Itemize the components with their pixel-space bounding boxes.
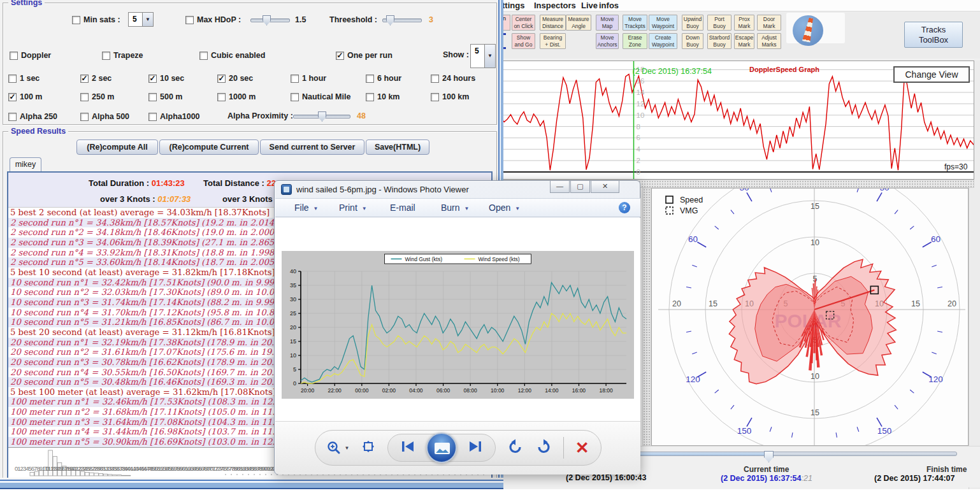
checkbox-box[interactable]	[291, 93, 299, 101]
toolbar-button-show-and-go[interactable]: Showand Go	[512, 33, 535, 49]
min-sats-dropdown-icon[interactable]: ▼	[142, 13, 153, 26]
checkbox-box[interactable]	[366, 75, 374, 83]
checkbox-box[interactable]	[148, 93, 157, 101]
distance-checkbox-100-m[interactable]: ✓100 m	[8, 92, 42, 102]
toolbar-button-erase-zone[interactable]: EraseZone	[623, 33, 647, 49]
checkbox-box[interactable]	[8, 75, 17, 83]
distance-checkbox-100-km[interactable]: 100 km	[431, 92, 469, 102]
tab-mikey[interactable]: mikey	[10, 157, 41, 172]
checkbox-box[interactable]: ✓	[217, 75, 226, 83]
alpha-checkbox-alpha-500[interactable]: Alpha 500	[80, 111, 129, 122]
max-hdop-slider[interactable]	[250, 18, 290, 22]
checkbox-box[interactable]	[8, 113, 17, 121]
delete-icon[interactable]: ✕	[575, 439, 589, 456]
checkbox-box[interactable]: ✓	[8, 93, 17, 101]
maximize-button[interactable]: ▢	[570, 181, 590, 193]
toolbar-button-move-trackpts[interactable]: MoveTrackpts	[623, 15, 647, 31]
checkbox-box[interactable]: ✓	[80, 75, 89, 83]
time-slider-thumb[interactable]	[764, 451, 774, 462]
threshold-slider-thumb[interactable]	[386, 15, 394, 25]
max-hdop-checkbox-box[interactable]	[185, 16, 194, 24]
toolbar-button-measure-angle[interactable]: MeasureAngle	[566, 15, 591, 31]
show-select[interactable]: 5 ▼	[470, 44, 496, 68]
alpha-proximity-slider-thumb[interactable]	[318, 111, 326, 122]
checkbox-box[interactable]	[431, 93, 439, 101]
time-checkbox-20-sec[interactable]: ✓20 sec	[217, 73, 253, 83]
checkbox-box[interactable]: ✓	[336, 52, 344, 60]
distance-checkbox-250-m[interactable]: 250 m	[80, 92, 114, 102]
checkbox-box[interactable]	[148, 113, 157, 121]
pv-menu-e-mail[interactable]: E-mail	[390, 203, 415, 213]
checkbox-box[interactable]	[199, 52, 208, 60]
alpha-checkbox-alpha1000[interactable]: Alpha1000	[148, 111, 200, 122]
min-sats-checkbox[interactable]: Min sats :	[72, 15, 120, 25]
next-icon[interactable]	[467, 439, 484, 456]
toolbar-button-prox-mark[interactable]: ProxMark	[734, 15, 754, 31]
checkbox-box[interactable]	[80, 93, 89, 101]
option-checkbox-one-per-run[interactable]: ✓One per run	[336, 50, 393, 61]
toolbar-button-adjust-marks[interactable]: AdjustMarks	[757, 33, 781, 49]
toolbar-button-starbord-buoy[interactable]: StarbordBuoy	[707, 33, 731, 49]
photo-viewer-titlebar[interactable]: wind sailed 5-6pm.jpg - Windows Photo Vi…	[275, 181, 640, 198]
checkbox-box[interactable]	[80, 113, 89, 121]
vertical-splitter[interactable]	[642, 188, 651, 446]
checkbox-box[interactable]: ✓	[148, 75, 157, 83]
max-hdop-checkbox[interactable]: Max HDoP :	[185, 15, 241, 25]
play-slideshow-button[interactable]	[426, 432, 457, 463]
menu-item-live[interactable]: Live	[581, 1, 598, 10]
toolbar-button-port-buoy[interactable]: PortBuoy	[707, 15, 731, 31]
results-button-3[interactable]: Save(HTML)	[366, 139, 429, 155]
toolbar-button-escape-mark[interactable]: EscapeMark	[734, 33, 754, 49]
pv-menu-print[interactable]: Print▼	[339, 203, 367, 213]
alpha-proximity-slider[interactable]	[293, 115, 350, 118]
checkbox-box[interactable]	[366, 93, 374, 101]
minimize-button[interactable]: —	[550, 181, 570, 193]
zoom-icon[interactable]: ▼	[326, 440, 349, 455]
time-checkbox-2-sec[interactable]: ✓2 sec	[80, 73, 112, 83]
min-sats-checkbox-box[interactable]	[72, 16, 80, 24]
time-checkbox-10-sec[interactable]: ✓10 sec	[148, 73, 184, 83]
windsock-icon[interactable]	[793, 15, 823, 46]
rotate-counterclockwise-icon[interactable]	[507, 438, 524, 457]
menu-item-inspectors[interactable]: Inspectors	[534, 1, 576, 10]
threshold-slider[interactable]	[382, 18, 422, 22]
distance-checkbox-1000-m[interactable]: 1000 m	[217, 92, 256, 102]
polar-chart[interactable]: 3030606012012015015055101015155510101515…	[652, 189, 968, 445]
time-checkbox-6-hour[interactable]: 6 hour	[366, 73, 401, 83]
close-button[interactable]: ✕	[591, 181, 619, 193]
results-button-1[interactable]: (Re)compute Current	[159, 139, 259, 155]
distance-checkbox-500-m[interactable]: 500 m	[148, 92, 182, 102]
pv-menu-file[interactable]: File▼	[294, 203, 318, 213]
option-checkbox-doppler[interactable]: Doppler	[10, 50, 51, 61]
distance-checkbox-10-km[interactable]: 10 km	[366, 92, 400, 102]
toolbar-button-door-mark[interactable]: DoorMark	[757, 15, 781, 31]
toolbar-button-move-waypoint[interactable]: MoveWaypoint	[649, 15, 677, 31]
time-checkbox-1-sec[interactable]: 1 sec	[8, 73, 40, 83]
checkbox-box[interactable]	[431, 75, 439, 83]
min-sats-select[interactable]: 5 ▼	[128, 12, 154, 27]
fit-to-window-icon[interactable]	[361, 439, 376, 457]
alpha-checkbox-alpha-250[interactable]: Alpha 250	[8, 111, 57, 122]
help-icon[interactable]: ?	[619, 202, 630, 213]
distance-checkbox-nautical-mile[interactable]: Nautical Mile	[291, 92, 350, 102]
pv-menu-burn[interactable]: Burn▼	[441, 203, 470, 213]
results-button-0[interactable]: (Re)compute All	[76, 139, 158, 155]
toolbar-button-move-map[interactable]: MoveMap	[596, 15, 619, 31]
menu-item-infos[interactable]: infos	[599, 1, 619, 10]
checkbox-box[interactable]	[102, 52, 110, 60]
max-hdop-slider-thumb[interactable]	[263, 15, 271, 25]
toolbar-button-measure-distance[interactable]: MeasureDistance	[540, 15, 566, 31]
toolbar-button-move-anchors[interactable]: MoveAnchors	[596, 33, 619, 49]
show-dropdown-icon[interactable]: ▼	[484, 45, 495, 68]
menu-item-ttings[interactable]: ttings	[502, 1, 524, 10]
time-checkbox-1-hour[interactable]: 1 hour	[291, 73, 326, 83]
toolbar-button-bearing-dist-[interactable]: Bearing+ Dist.	[540, 33, 566, 49]
pv-menu-open[interactable]: Open▼	[489, 203, 520, 213]
time-checkbox-24-hours[interactable]: 24 hours	[431, 73, 475, 83]
toolbar-button-down-buoy[interactable]: DownBuoy	[682, 33, 703, 49]
option-checkbox-trapeze[interactable]: Trapeze	[102, 50, 143, 61]
checkbox-box[interactable]	[10, 52, 18, 60]
checkbox-box[interactable]	[291, 75, 299, 83]
checkbox-box[interactable]	[217, 93, 226, 101]
toolbar-button-create-waypoint[interactable]: CreateWaypoint	[649, 33, 677, 49]
